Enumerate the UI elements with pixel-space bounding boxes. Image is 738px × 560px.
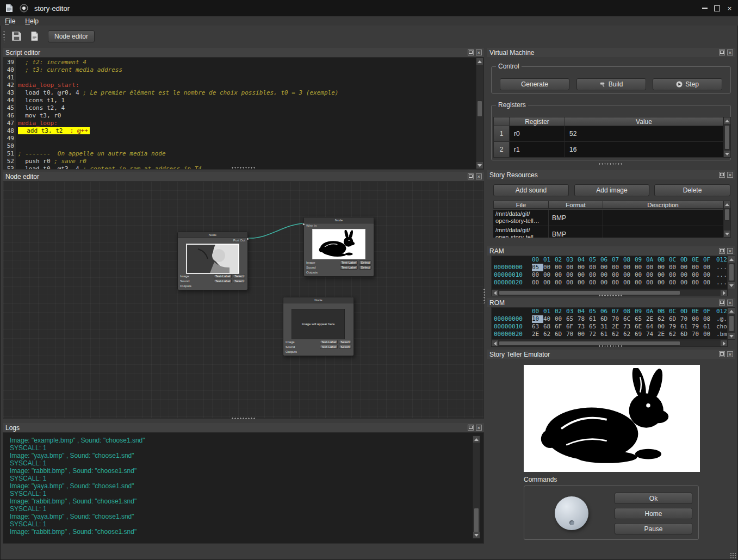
hex-byte[interactable]: 68 xyxy=(543,323,555,331)
pause-button[interactable]: Pause xyxy=(615,523,692,534)
hex-byte[interactable]: 61 xyxy=(600,331,612,338)
hex-byte[interactable]: 72 xyxy=(589,331,600,338)
hex-byte[interactable]: 10 xyxy=(532,315,543,323)
resources-title-bar[interactable]: Story Resources × xyxy=(487,170,735,179)
ram-title-bar[interactable]: RAM × xyxy=(487,246,735,256)
hex-byte[interactable]: 08 xyxy=(703,315,715,323)
hex-byte[interactable]: 00 xyxy=(669,279,680,287)
float-panel-icon[interactable] xyxy=(719,300,725,306)
hex-byte[interactable]: 6D xyxy=(669,315,680,323)
scroll-down-button[interactable] xyxy=(724,151,730,157)
hex-byte[interactable]: 00 xyxy=(589,264,600,271)
hex-byte[interactable]: 62 xyxy=(669,331,680,338)
close-panel-icon[interactable]: × xyxy=(727,172,733,178)
menu-help[interactable]: Help xyxy=(20,17,44,25)
column-header-register[interactable]: Register xyxy=(510,117,565,126)
media-node-1[interactable]: Node Port Out Image Text-Label xyxy=(177,232,248,290)
toolbar-drag-handle[interactable] xyxy=(3,30,5,42)
hex-byte[interactable]: 73 xyxy=(623,323,635,331)
close-panel-icon[interactable]: × xyxy=(727,49,733,55)
resource-row[interactable]: /mnt/data/git/open-story-tellBMP xyxy=(493,226,723,238)
hex-byte[interactable]: 2E xyxy=(646,315,658,323)
build-button[interactable]: Build xyxy=(576,78,646,90)
hex-byte[interactable]: 31 xyxy=(600,323,612,331)
hex-byte[interactable]: 70 xyxy=(680,315,692,323)
ok-button[interactable]: Ok xyxy=(615,493,692,504)
hex-byte[interactable]: 6C xyxy=(623,315,635,323)
hex-byte[interactable]: 00 xyxy=(703,279,715,287)
text-label-button[interactable]: Text-Label xyxy=(340,265,358,270)
hex-byte[interactable]: 6D xyxy=(600,315,612,323)
hex-byte[interactable]: 00 xyxy=(692,271,703,279)
float-panel-icon[interactable] xyxy=(719,49,725,55)
hex-byte[interactable]: 62 xyxy=(623,331,635,338)
hex-byte[interactable]: 00 xyxy=(635,264,646,271)
hex-byte[interactable]: 00 xyxy=(532,271,543,279)
hex-byte[interactable]: 00 xyxy=(646,271,658,279)
add-image-button[interactable]: Add image xyxy=(574,184,649,196)
splitter-handle[interactable] xyxy=(231,416,256,420)
scroll-thumb[interactable] xyxy=(724,209,730,221)
scrollbar[interactable] xyxy=(473,435,480,539)
hex-byte[interactable]: 6D xyxy=(680,331,692,338)
node-title[interactable]: Node xyxy=(178,232,247,238)
hex-byte[interactable]: 00 xyxy=(658,271,669,279)
node-editor-title-bar[interactable]: Node editor × xyxy=(3,172,484,181)
scroll-thumb[interactable] xyxy=(474,508,479,533)
hex-byte[interactable]: 70 xyxy=(692,331,703,338)
hex-byte[interactable]: 00 xyxy=(555,271,566,279)
hex-byte[interactable]: 00 xyxy=(600,271,612,279)
hex-byte[interactable]: 61 xyxy=(703,323,715,331)
scroll-up-button[interactable] xyxy=(724,201,730,208)
delete-button[interactable]: Delete xyxy=(654,184,730,196)
emulator-title-bar[interactable]: Story Teller Emulator × xyxy=(487,350,735,359)
hex-view-ram[interactable]: 000102030405060708090A0B0C0D0E0F01234567… xyxy=(491,256,728,289)
register-row[interactable]: 2r116 xyxy=(493,142,723,158)
hex-byte[interactable]: 70 xyxy=(612,315,623,323)
scroll-right-button[interactable] xyxy=(721,290,727,296)
hex-byte[interactable]: 65 xyxy=(566,315,578,323)
logs-view[interactable]: Image: "example.bmp" , Sound: "choose1.s… xyxy=(3,432,484,544)
hex-byte[interactable]: 70 xyxy=(566,331,578,338)
node-title[interactable]: Node xyxy=(304,217,374,223)
hex-byte[interactable]: 00 xyxy=(612,279,623,287)
select-button[interactable]: Select xyxy=(359,265,371,270)
float-panel-icon[interactable] xyxy=(719,351,725,357)
resource-row[interactable]: /mnt/data/git/open-story-tell…BMP xyxy=(493,210,723,226)
scrollbar[interactable] xyxy=(476,58,483,169)
node-canvas[interactable]: Node Port Out Image Text-Label xyxy=(3,181,484,419)
hex-byte[interactable]: 63 xyxy=(532,323,543,331)
resources-table[interactable]: FileFormatDescription/mnt/data/git/open-… xyxy=(493,201,723,238)
close-panel-icon[interactable]: × xyxy=(476,425,482,431)
float-panel-icon[interactable] xyxy=(468,173,474,179)
hex-byte[interactable]: 65 xyxy=(589,323,600,331)
hex-byte[interactable]: 2E xyxy=(612,323,623,331)
input-port[interactable] xyxy=(302,223,305,226)
hex-byte[interactable]: 00 xyxy=(566,264,578,271)
column-header-file[interactable]: File xyxy=(493,201,549,209)
hex-byte[interactable]: 00 xyxy=(680,271,692,279)
scroll-right-button[interactable] xyxy=(721,340,727,346)
hex-byte[interactable]: 00 xyxy=(658,264,669,271)
hex-byte[interactable]: 00 xyxy=(646,279,658,287)
output-port[interactable] xyxy=(246,238,249,240)
node-title[interactable]: Node xyxy=(283,297,354,303)
vm-title-bar[interactable]: Virtual Machine × xyxy=(487,48,735,57)
hex-byte[interactable]: 69 xyxy=(635,331,646,338)
hex-byte[interactable]: 00 xyxy=(589,271,600,279)
hex-byte[interactable]: 00 xyxy=(578,264,589,271)
hex-byte[interactable]: 00 xyxy=(658,279,669,287)
close-icon[interactable]: × xyxy=(723,2,736,14)
hex-byte[interactable]: 61 xyxy=(680,323,692,331)
scroll-up-button[interactable] xyxy=(473,436,480,443)
hex-byte[interactable]: 78 xyxy=(578,315,589,323)
scrollbar[interactable] xyxy=(728,307,735,340)
hex-byte[interactable]: 00 xyxy=(703,331,715,338)
scroll-thumb[interactable] xyxy=(729,264,734,281)
home-button[interactable]: Home xyxy=(615,508,692,519)
float-panel-icon[interactable] xyxy=(468,425,474,431)
float-panel-icon[interactable] xyxy=(719,248,725,254)
hex-byte[interactable]: 00 xyxy=(555,264,566,271)
menu-file[interactable]: File xyxy=(0,17,20,25)
hex-byte[interactable]: 00 xyxy=(566,279,578,287)
